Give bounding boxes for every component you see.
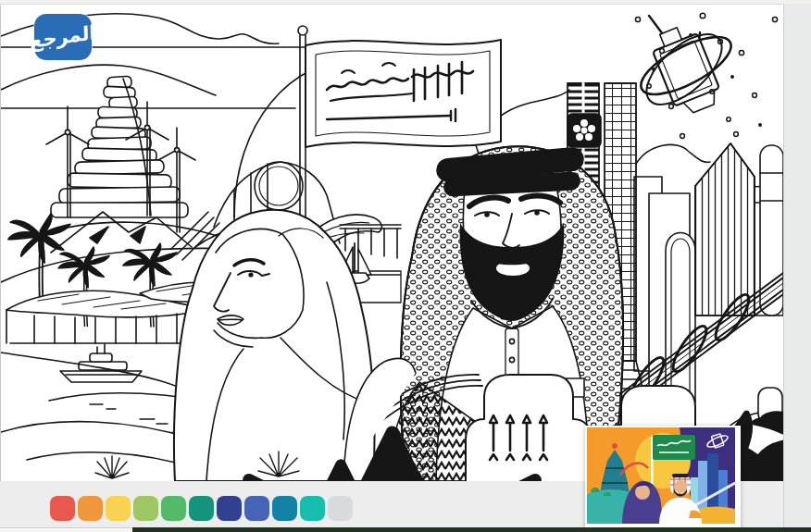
palette-swatch-light-green[interactable]	[133, 496, 158, 521]
palette-swatch-petrol[interactable]	[272, 496, 297, 521]
color-palette	[50, 496, 353, 521]
palette-swatch-gray[interactable]	[328, 496, 353, 521]
palette-swatch-navy[interactable]	[217, 496, 242, 521]
woman-in-hijab	[174, 210, 375, 481]
satellite	[633, 16, 739, 118]
igal	[435, 146, 585, 197]
spiral-tower	[51, 76, 188, 217]
bottom-edge-light	[0, 527, 132, 532]
palette-swatch-teal-green[interactable]	[189, 496, 214, 521]
palette-swatch-blue[interactable]	[244, 496, 269, 521]
line-art-illustration	[1, 5, 783, 481]
right-margin	[783, 4, 811, 532]
palette-swatch-turquoise[interactable]	[300, 496, 325, 521]
logo-text: المرجع	[30, 21, 96, 53]
palette-swatch-yellow[interactable]	[106, 496, 131, 521]
reference-thumbnail[interactable]	[585, 426, 741, 529]
bottom-edge-dark	[132, 527, 811, 532]
palette-swatch-green[interactable]	[161, 496, 186, 521]
pointed-tower	[695, 143, 755, 315]
coloring-canvas[interactable]: المرجع	[0, 5, 784, 481]
thumbnail-art	[587, 427, 735, 524]
palette-swatch-red[interactable]	[50, 496, 75, 521]
app-window: المرجع	[0, 0, 811, 532]
bottom-edge-bar	[0, 527, 811, 532]
almarje-logo: المرجع	[34, 14, 92, 60]
palette-swatch-orange[interactable]	[78, 496, 103, 521]
